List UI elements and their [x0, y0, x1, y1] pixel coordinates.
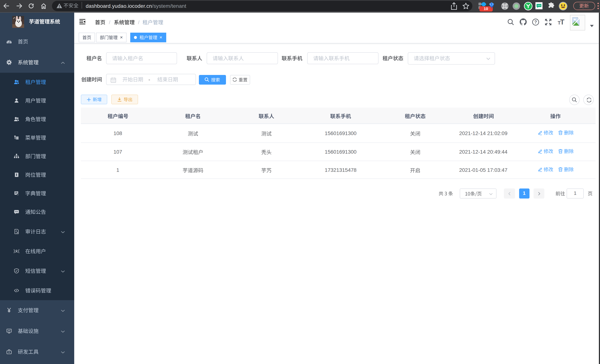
- svg-text:T: T: [560, 18, 564, 26]
- svg-text:?: ?: [534, 19, 537, 24]
